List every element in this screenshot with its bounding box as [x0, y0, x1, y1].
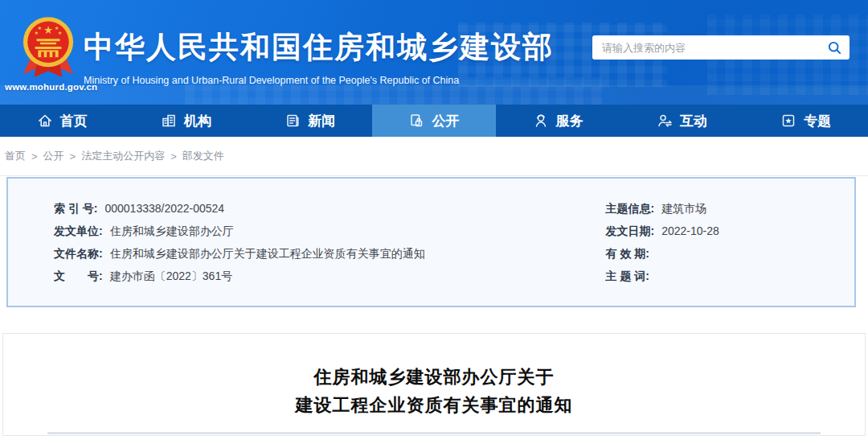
nav-label: 专题	[804, 112, 831, 130]
site-title-block: 中华人民共和国住房和城乡建设部 Ministry of Housing and …	[84, 27, 554, 86]
service-icon	[533, 113, 549, 129]
national-emblem-icon: ★ ★ ★ ★ ★	[21, 16, 76, 80]
metadata-row-keywords: 主 题 词:	[606, 265, 855, 287]
breadcrumb-separator: >	[70, 150, 76, 162]
search-icon	[827, 40, 842, 56]
metadata-left-column: 索 引 号:000013338/2022-00524 发文单位:住房和城乡建设部…	[8, 197, 432, 306]
breadcrumb-separator: >	[170, 150, 177, 162]
nav-label: 公开	[432, 112, 459, 130]
metadata-label: 主题信息:	[606, 202, 655, 215]
search-input[interactable]	[592, 35, 819, 60]
news-icon	[285, 113, 301, 129]
nav-label: 首页	[60, 112, 88, 130]
svg-text:★: ★	[58, 30, 63, 35]
breadcrumb-item-disclosure[interactable]: 公开	[43, 149, 64, 163]
breadcrumb-item-home[interactable]: 首页	[5, 149, 26, 163]
metadata-row-index-number: 索 引 号:000013338/2022-00524	[54, 197, 432, 220]
metadata-label: 主 题 词:	[606, 269, 649, 282]
article-title: 住房和城乡建设部办公厅关于 建设工程企业资质有关事宜的通知	[3, 363, 865, 419]
nav-item-topics[interactable]: 专题	[744, 105, 868, 137]
nav-item-disclosure[interactable]: 公开	[372, 105, 496, 137]
nav-item-home[interactable]: 首页	[0, 105, 124, 137]
nav-item-organization[interactable]: 机构	[124, 105, 248, 137]
mohurd-page: ★ ★ ★ ★ ★ www.mohurd.gov.cn 中华人民共和国住房和城乡…	[0, 0, 868, 436]
metadata-label: 文 号:	[54, 269, 103, 282]
nav-item-interaction[interactable]: 互动	[620, 105, 743, 137]
metadata-value: 000013338/2022-00524	[104, 202, 224, 215]
article-title-line2: 建设工程企业资质有关事宜的通知	[3, 391, 865, 419]
metadata-row-issue-date: 发文日期:2022-10-28	[606, 220, 855, 242]
metadata-row-topic-info: 主题信息:建筑市场	[606, 197, 855, 220]
site-header: ★ ★ ★ ★ ★ www.mohurd.gov.cn 中华人民共和国住房和城乡…	[0, 0, 868, 105]
metadata-right-column: 主题信息:建筑市场 发文日期:2022-10-28 有 效 期: 主 题 词:	[432, 197, 855, 306]
metadata-label: 有 效 期:	[606, 247, 649, 260]
metadata-row-issuing-unit: 发文单位:住房和城乡建设部办公厅	[54, 220, 432, 242]
metadata-label: 索 引 号:	[54, 202, 97, 215]
breadcrumb-separator: >	[31, 150, 38, 162]
svg-text:★: ★	[43, 24, 53, 36]
article-divider	[47, 432, 821, 434]
nav-label: 服务	[556, 112, 583, 130]
metadata-row-validity-period: 有 效 期:	[606, 242, 855, 265]
document-metadata-panel: 索 引 号:000013338/2022-00524 发文单位:住房和城乡建设部…	[6, 177, 856, 307]
metadata-value: 2022-10-28	[661, 224, 719, 237]
organization-icon	[161, 113, 177, 129]
metadata-label: 发文日期:	[606, 224, 655, 237]
site-search	[592, 35, 850, 60]
svg-text:★: ★	[35, 30, 39, 35]
site-name-english: Ministry of Housing and Urban-Rural Deve…	[84, 75, 554, 86]
metadata-value: 建筑市场	[661, 202, 706, 215]
main-nav: 首页 机构 新闻 公开	[0, 105, 868, 137]
disclosure-icon	[408, 113, 424, 129]
topics-icon	[780, 113, 796, 129]
metadata-row-document-title: 文件名称:住房和城乡建设部办公厅关于建设工程企业资质有关事宜的通知	[54, 242, 432, 265]
metadata-value: 建办市函〔2022〕361号	[110, 269, 233, 282]
site-name: 中华人民共和国住房和城乡建设部	[84, 27, 554, 68]
nav-label: 机构	[184, 112, 211, 130]
breadcrumb-item-statutory-content[interactable]: 法定主动公开内容	[81, 149, 165, 163]
article-title-line1: 住房和城乡建设部办公厅关于	[3, 363, 865, 391]
search-button[interactable]	[819, 35, 850, 60]
header-band-decor	[0, 85, 868, 105]
metadata-row-document-number: 文 号:建办市函〔2022〕361号	[54, 265, 432, 287]
nav-label: 互动	[680, 112, 707, 130]
metadata-value: 住房和城乡建设部办公厅关于建设工程企业资质有关事宜的通知	[110, 247, 425, 260]
home-icon	[37, 113, 53, 129]
breadcrumb: 首页 > 公开 > 法定主动公开内容 > 部发文件	[0, 137, 868, 176]
nav-item-service[interactable]: 服务	[496, 105, 620, 137]
metadata-value: 住房和城乡建设部办公厅	[110, 224, 234, 237]
interaction-icon	[657, 113, 673, 129]
nav-item-news[interactable]: 新闻	[248, 105, 372, 137]
nav-label: 新闻	[308, 112, 335, 130]
article-card: 住房和城乡建设部办公厅关于 建设工程企业资质有关事宜的通知	[2, 333, 866, 436]
metadata-label: 文件名称:	[54, 247, 103, 260]
metadata-label: 发文单位:	[54, 224, 103, 237]
breadcrumb-item-ministry-documents[interactable]: 部发文件	[182, 149, 224, 163]
